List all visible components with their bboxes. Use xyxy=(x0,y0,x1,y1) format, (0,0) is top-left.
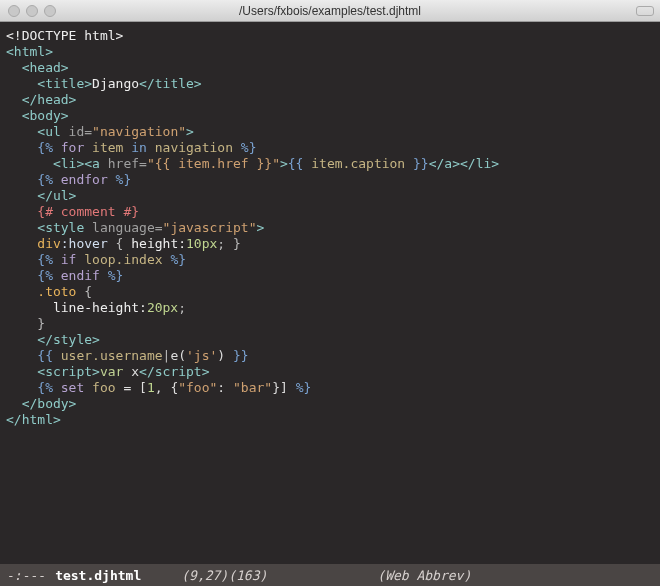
code-line: <ul id="navigation"> xyxy=(6,124,654,140)
code-line: <!DOCTYPE html> xyxy=(6,28,654,44)
code-line: <li><a href="{{ item.href }}">{{ item.ca… xyxy=(6,156,654,172)
window-titlebar: /Users/fxbois/examples/test.djhtml xyxy=(0,0,660,22)
modeline-mode: (Web Abbrev) xyxy=(377,568,471,583)
code-line: <script>var x</script> xyxy=(6,364,654,380)
modeline-status: -:--- xyxy=(6,568,45,583)
code-line: div:hover { height:10px; } xyxy=(6,236,654,252)
code-line: <body> xyxy=(6,108,654,124)
editor-area[interactable]: <!DOCTYPE html> <html> <head> <title>Dja… xyxy=(0,22,660,564)
code-line: {% endfor %} xyxy=(6,172,654,188)
code-line: {% if loop.index %} xyxy=(6,252,654,268)
code-line: {{ user.username|e('js') }} xyxy=(6,348,654,364)
code-line: </style> xyxy=(6,332,654,348)
emacs-modeline: -:--- test.djhtml (9,27)(163) (Web Abbre… xyxy=(0,564,660,586)
window-title: /Users/fxbois/examples/test.djhtml xyxy=(0,4,660,18)
code-line: <style language="javascript"> xyxy=(6,220,654,236)
code-line: <title>Django</title> xyxy=(6,76,654,92)
code-line: {% set foo = [1, {"foo": "bar"}] %} xyxy=(6,380,654,396)
code-line: {# comment #} xyxy=(6,204,654,220)
code-line: .toto { xyxy=(6,284,654,300)
fullscreen-icon[interactable] xyxy=(636,6,654,16)
modeline-position: (9,27)(163) xyxy=(181,568,267,583)
code-line: </head> xyxy=(6,92,654,108)
modeline-filename: test.djhtml xyxy=(55,568,141,583)
code-line: </ul> xyxy=(6,188,654,204)
code-line: } xyxy=(6,316,654,332)
code-line: {% endif %} xyxy=(6,268,654,284)
code-line: line-height:20px; xyxy=(6,300,654,316)
code-line: <head> xyxy=(6,60,654,76)
code-line: {% for item in navigation %} xyxy=(6,140,654,156)
code-line: <html> xyxy=(6,44,654,60)
code-line: </body> xyxy=(6,396,654,412)
code-line: </html> xyxy=(6,412,654,428)
